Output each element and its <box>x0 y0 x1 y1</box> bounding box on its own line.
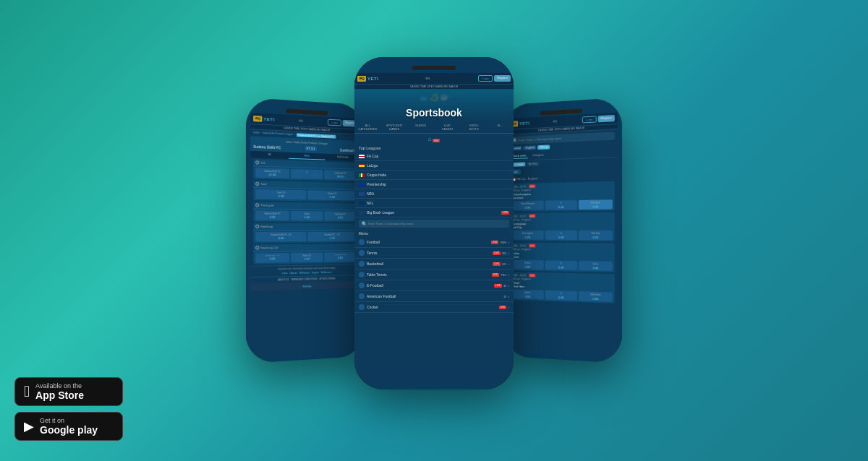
menu-basketball[interactable]: Basketball LIVE181› <box>354 259 514 270</box>
flag-spain <box>359 164 365 168</box>
league-nba[interactable]: NBA <box>354 189 514 199</box>
logo-box-center: IRQ <box>357 76 366 82</box>
odd-bolton[interactable]: Bolton 2.80 <box>512 260 544 270</box>
right-search-placeholder: Enter Team or Championship name <box>519 137 561 142</box>
top-leagues-title: Top Leagues <box>354 145 514 152</box>
main-scene: IRQ YETI EN Login Register CASINO TIME S… <box>0 0 868 461</box>
google-play-name: Google play <box>40 424 98 436</box>
menu-american-football[interactable]: American Football 10› <box>354 291 514 302</box>
league-nfl[interactable]: NFL <box>354 199 514 208</box>
brand-name: YETI <box>263 116 274 121</box>
google-play-icon: ▶ <box>24 418 34 434</box>
live-badge: LIVE <box>433 139 441 142</box>
filter-by-time[interactable]: By Time <box>527 162 540 166</box>
lang-selector[interactable]: EN <box>299 119 302 122</box>
nav-slingo[interactable]: SLINGO <box>407 121 434 133</box>
menu-title: Menu <box>354 230 514 237</box>
right-login-button[interactable]: Login <box>582 116 597 123</box>
chip-england[interactable]: England <box>524 145 537 150</box>
menu-tennis[interactable]: Tennis LIVE303› <box>354 248 514 259</box>
league-bbl[interactable]: Big Bash League LIVE <box>354 208 514 217</box>
center-search-bar[interactable]: 🔍 Enter Team or Championship name <box>359 220 509 228</box>
odd-bristol[interactable]: Bristol 4.00 <box>512 289 544 299</box>
odd-draw-4[interactable]: X 3.80 <box>545 290 577 301</box>
store-badges:  Available on the App Store ▶ Get it on… <box>14 377 123 441</box>
phone-left: IRQ YETI EN Login Register CASINO TIME S… <box>246 98 365 363</box>
section-handicap: Handicap Sudena Delhi FC -0.5 4.25 Garth… <box>253 223 358 244</box>
odd-wolverhampton[interactable]: VlgnarHampton 2.00 <box>512 201 544 210</box>
odd-birmingham[interactable]: Birmingham 2.24 <box>512 231 544 240</box>
center-logo: IRQ YETI <box>357 76 378 82</box>
center-header-buttons: Login Register <box>478 75 511 82</box>
efootball-icon <box>359 283 365 288</box>
center-lang[interactable]: EN <box>426 77 430 80</box>
main-tab[interactable]: Main <box>289 152 326 160</box>
tab-outrights[interactable]: Outrights <box>530 152 545 159</box>
right-header-buttons: Login Register <box>582 115 615 124</box>
google-play-text: Get it on Google play <box>40 417 98 436</box>
league-premiership[interactable]: Premiership <box>354 180 514 189</box>
chip-facup[interactable]: FA Cup <box>537 145 550 150</box>
table-tennis-icon <box>359 272 365 277</box>
center-register-button[interactable]: Register <box>494 75 511 82</box>
odds-btn[interactable]: None 1.45 <box>291 211 323 220</box>
center-login-button[interactable]: Login <box>478 75 493 82</box>
app-store-name: App Store <box>35 389 84 401</box>
odds-btn[interactable]: Sudena Delhi FC -0.5 4.25 <box>255 232 306 241</box>
menu-cricket[interactable]: Cricket LIVE› <box>354 302 514 313</box>
league-laliga[interactable]: LaLiga <box>354 161 514 171</box>
odds-btn[interactable]: Draw 0:2 1.47 <box>291 253 323 263</box>
odds-btn[interactable]: Over 2.5 2.48 <box>255 189 306 199</box>
bbl-live-badge: LIVE <box>501 211 509 215</box>
odd-brentford[interactable]: Brentford 2.38 <box>579 199 613 210</box>
app-store-badge[interactable]:  Available on the App Store <box>14 377 123 406</box>
all-tab[interactable]: All <box>250 151 289 159</box>
right-register-button[interactable]: Register <box>598 115 615 122</box>
odd-hull[interactable]: Hull City 2.33 <box>579 231 613 240</box>
odds-btn[interactable]: Sudena Delhi FC 4.00 <box>255 211 289 220</box>
google-play-available: Get it on <box>40 417 98 424</box>
odds-btn[interactable]: Garthnal FC 4.00 <box>325 211 357 220</box>
home-icon-bar: ⌂ LIVE <box>354 134 514 145</box>
nav-spotlight[interactable]: SPOTLIGHTGAMES <box>381 121 408 133</box>
center-phone-header: IRQ YETI EN Login Register <box>354 73 514 85</box>
menu-football[interactable]: Football LIVE9994› <box>354 237 514 248</box>
app-store-available: Available on the <box>35 382 84 389</box>
google-play-badge[interactable]: ▶ Get it on Google play <box>14 412 123 441</box>
odds-btn[interactable]: Garthnal FC +2.5 1.16 <box>307 232 356 241</box>
nav-video-slots[interactable]: VIDEOSLOTS <box>461 121 488 133</box>
search-placeholder: Enter Team or Championship name <box>368 222 414 225</box>
nav-all-categories[interactable]: ALLCATEGORIES <box>354 121 381 133</box>
odd-draw-3[interactable]: X 3.80 <box>545 260 577 270</box>
center-casino-banner: CASINO TIME SITES GAMBLING MAJOR <box>354 85 514 90</box>
flag-italy <box>359 173 365 177</box>
nav-live-casino[interactable]: LIVECASINO <box>434 121 461 133</box>
odd-luton[interactable]: Luton 2.48 <box>579 261 613 271</box>
odds-btn[interactable]: Under 2.5 1.44 <box>307 190 356 200</box>
logo-box: IRQ <box>253 115 262 121</box>
odds-btn[interactable]: Garthnal FC 90.00 <box>325 170 357 180</box>
right-brand: YETI <box>519 121 529 126</box>
league-coppa[interactable]: Coppa Italia <box>354 171 514 180</box>
odd-westham[interactable]: West Ham 1.94 <box>579 291 613 302</box>
odds-btn[interactable]: X <box>291 169 323 179</box>
center-brand: YETI <box>367 77 378 81</box>
odds-btn[interactable]: Sudena Delhi FC 27.00 <box>255 168 289 178</box>
nav-more[interactable]: SL... <box>487 121 514 133</box>
flag-scotland <box>359 183 365 186</box>
league-fa-cup[interactable]: FA Cup <box>354 152 514 161</box>
odd-draw-1[interactable]: X 3.90 <box>545 200 577 210</box>
menu-table-tennis[interactable]: Table Tennis LIVETBC› <box>354 270 514 280</box>
header-buttons: Login Register <box>328 119 358 127</box>
section-third-goal: Third goal Sudena Delhi FC 4.00 None 1.4… <box>253 202 358 222</box>
center-nav: ALLCATEGORIES SPOTLIGHTGAMES SLINGO LIVE… <box>354 121 514 134</box>
login-button[interactable]: Login <box>328 119 341 126</box>
odds-btn[interactable]: Garthnal FC 0:0 8.80 <box>325 252 357 262</box>
odd-draw-2[interactable]: X 3.46 <box>545 231 577 240</box>
match-row-2: 14/01 - 22:45 LIVE FA Cup - England Birm… <box>510 212 615 242</box>
match-row-3: 14/01 - 22:45 LIVE FA Cup - England Bolt… <box>510 242 615 272</box>
right-lang[interactable]: EN <box>553 119 557 123</box>
odds-btn[interactable]: Sudena Delh... 0:2 4.82 <box>255 253 289 263</box>
menu-efootball[interactable]: E-Football LIVE40› <box>354 280 514 291</box>
phone-center: IRQ YETI EN Login Register CASINO TIME S… <box>354 57 514 389</box>
